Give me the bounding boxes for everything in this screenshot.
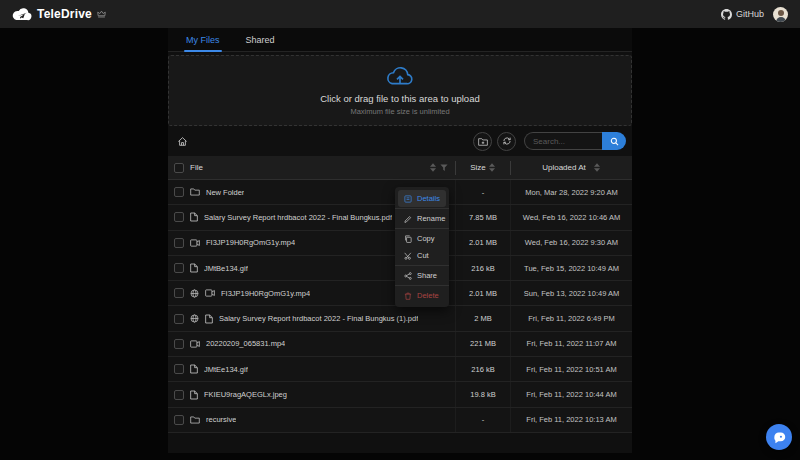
share-icon xyxy=(404,272,412,280)
file-uploaded-at: Fri, Feb 11, 2022 11:07 AM xyxy=(510,332,632,356)
github-link[interactable]: GitHub xyxy=(721,9,764,20)
search-input[interactable] xyxy=(524,132,602,150)
menu-item-details[interactable]: Details xyxy=(398,190,446,207)
file-icon xyxy=(205,314,213,324)
chat-bubble-icon xyxy=(772,431,786,444)
file-size: 7.85 MB xyxy=(455,205,510,229)
file-name: New Folder xyxy=(206,188,244,197)
column-header-uploaded-at: Uploaded At xyxy=(542,163,586,172)
scissors-icon xyxy=(404,252,412,260)
menu-item-share[interactable]: Share xyxy=(398,267,446,284)
select-all-checkbox[interactable] xyxy=(174,163,184,173)
premium-crown-icon xyxy=(97,10,106,18)
row-checkbox[interactable] xyxy=(174,339,184,349)
table-row[interactable]: 20220209_065831.mp4 221 MB Fri, Feb 11, … xyxy=(168,332,632,357)
table-row[interactable]: Salary Survey Report hrdbacot 2022 - Fin… xyxy=(168,306,632,331)
toolbar xyxy=(168,126,632,156)
context-menu: Details Rename Copy Cut Share xyxy=(395,187,449,307)
sort-carets-icon[interactable] xyxy=(594,163,600,172)
file-size: 2.01 MB xyxy=(455,231,510,255)
column-header-file: File xyxy=(190,163,203,172)
sync-icon xyxy=(502,136,512,146)
shared-globe-icon xyxy=(190,314,199,323)
file-uploaded-at: Tue, Feb 15, 2022 10:49 AM xyxy=(510,256,632,280)
menu-divider xyxy=(395,285,449,286)
avatar-figure xyxy=(778,10,784,16)
file-name: FKIEU9ragAQEGLx.jpeg xyxy=(204,390,287,399)
folder-add-icon xyxy=(478,137,488,146)
file-size: 19.8 kB xyxy=(455,382,510,406)
trash-icon xyxy=(404,292,412,300)
upload-dropzone[interactable]: Click or drag file to this area to uploa… xyxy=(168,55,632,126)
file-name: FI3JP19H0RgOmG1y.mp4 xyxy=(221,289,310,298)
new-folder-button[interactable] xyxy=(473,132,492,151)
file-name: 20220209_065831.mp4 xyxy=(206,339,285,348)
file-icon xyxy=(190,263,198,273)
menu-divider xyxy=(395,208,449,209)
menu-item-copy[interactable]: Copy xyxy=(398,230,446,247)
filter-funnel-icon[interactable] xyxy=(440,164,448,172)
cloud-plane-logo-icon xyxy=(12,7,32,21)
home-breadcrumb-icon[interactable] xyxy=(177,136,188,147)
refresh-button[interactable] xyxy=(497,132,516,151)
video-icon xyxy=(190,340,200,348)
file-icon xyxy=(190,212,198,222)
video-icon xyxy=(205,289,215,297)
file-size: - xyxy=(455,180,510,204)
file-uploaded-at: Mon, Mar 28, 2022 9:20 AM xyxy=(510,180,632,204)
row-checkbox[interactable] xyxy=(174,187,184,197)
teledrive-app: TeleDrive GitHub xyxy=(0,0,800,460)
row-checkbox[interactable] xyxy=(174,263,184,273)
video-icon xyxy=(190,239,200,247)
row-checkbox[interactable] xyxy=(174,238,184,248)
row-checkbox[interactable] xyxy=(174,415,184,425)
brand-logo[interactable]: TeleDrive xyxy=(12,7,106,21)
github-label: GitHub xyxy=(736,9,764,19)
tab-shared[interactable]: Shared xyxy=(244,35,277,51)
row-checkbox[interactable] xyxy=(174,390,184,400)
menu-item-rename[interactable]: Rename xyxy=(398,210,446,227)
cloud-upload-icon xyxy=(385,65,415,87)
file-icon xyxy=(190,364,198,374)
table-header: File Size xyxy=(168,156,632,180)
upload-subtitle: Maximum file size is unlimited xyxy=(350,107,449,116)
file-uploaded-at: Fri, Feb 11, 2022 10:44 AM xyxy=(510,382,632,406)
file-name: JMtEe134.gif xyxy=(204,365,248,374)
menu-item-delete[interactable]: Delete xyxy=(398,287,446,304)
toolbar-actions xyxy=(473,132,626,151)
upload-title: Click or drag file to this area to uploa… xyxy=(320,93,479,104)
search-icon xyxy=(610,137,619,146)
file-name: recursive xyxy=(206,415,236,424)
tab-bar: My Files Shared xyxy=(168,28,632,52)
sort-carets-icon[interactable] xyxy=(430,163,436,172)
table-row[interactable]: recursive - Fri, Feb 11, 2022 10:13 AM xyxy=(168,408,632,433)
shared-globe-icon xyxy=(190,289,199,298)
user-avatar[interactable] xyxy=(773,7,788,22)
search-submit-button[interactable] xyxy=(602,132,626,150)
top-navbar: TeleDrive GitHub xyxy=(0,0,800,28)
file-size: - xyxy=(455,408,510,432)
sort-carets-icon[interactable] xyxy=(489,163,495,172)
chat-fab-button[interactable] xyxy=(766,424,792,450)
file-name: Salary Survey Report hrdbacot 2022 - Fin… xyxy=(204,213,392,222)
file-uploaded-at: Sun, Feb 13, 2022 10:49 AM xyxy=(510,281,632,305)
file-uploaded-at: Fri, Feb 11, 2022 6:49 PM xyxy=(510,306,632,330)
file-uploaded-at: Wed, Feb 16, 2022 10:46 AM xyxy=(510,205,632,229)
search-bar xyxy=(524,132,626,150)
folder-icon xyxy=(190,416,200,424)
row-checkbox[interactable] xyxy=(174,288,184,298)
table-row[interactable]: FKIEU9ragAQEGLx.jpeg 19.8 kB Fri, Feb 11… xyxy=(168,382,632,407)
row-checkbox[interactable] xyxy=(174,314,184,324)
file-size: 2 MB xyxy=(455,306,510,330)
github-icon xyxy=(721,9,732,20)
tab-my-files[interactable]: My Files xyxy=(184,35,222,51)
file-name: JMtBe134.gif xyxy=(204,264,248,273)
row-checkbox[interactable] xyxy=(174,364,184,374)
brand-name: TeleDrive xyxy=(37,7,92,21)
table-row[interactable]: JMtEe134.gif 216 kB Fri, Feb 11, 2022 10… xyxy=(168,357,632,382)
file-size: 216 kB xyxy=(455,256,510,280)
folder-icon xyxy=(190,188,200,196)
row-checkbox[interactable] xyxy=(174,212,184,222)
file-name: Salary Survey Report hrdbacot 2022 - Fin… xyxy=(219,314,418,323)
menu-item-cut[interactable]: Cut xyxy=(398,247,446,264)
